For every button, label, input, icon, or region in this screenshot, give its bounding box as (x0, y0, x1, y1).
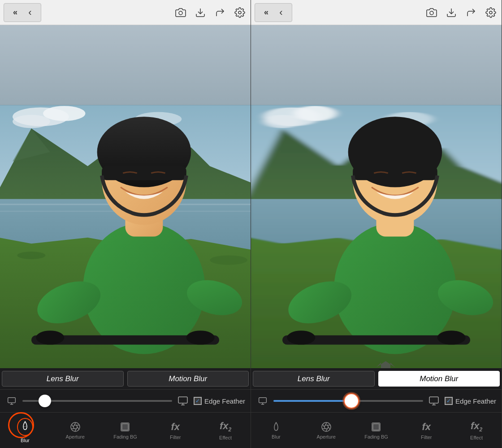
right-panel: « ‹ (251, 0, 502, 448)
svg-point-39 (430, 11, 433, 15)
svg-rect-63 (429, 397, 438, 403)
svg-point-27 (186, 331, 215, 344)
left-filter-nav-label: Filter (170, 435, 181, 440)
right-nav-aperture[interactable]: Aperture (301, 413, 351, 448)
right-motion-blur-tab[interactable]: Motion Blur (378, 371, 500, 387)
right-slider-max-icon (428, 395, 440, 407)
left-edge-feather-label: ✓ Edge Feather (194, 397, 245, 405)
left-slider-thumb[interactable] (39, 395, 51, 407)
svg-point-26 (36, 331, 64, 344)
right-filter-nav-label: Filter (421, 435, 432, 440)
svg-point-46 (264, 115, 301, 128)
left-nav-group: « ‹ (4, 3, 41, 22)
right-filter-fx-icon: fx (422, 421, 431, 433)
right-back-double-icon[interactable]: « (259, 5, 273, 20)
right-nav-fading-bg[interactable]: Fading BG (351, 413, 402, 448)
right-slider-row: ✓ Edge Feather (251, 390, 502, 412)
svg-point-2 (238, 11, 241, 14)
right-edge-feather-checkbox[interactable]: ✓ (445, 397, 453, 405)
right-slider-min-icon (256, 395, 269, 407)
svg-rect-72 (373, 424, 379, 430)
left-fading-bg-nav-label: Fading BG (113, 434, 137, 439)
svg-point-51 (334, 222, 456, 354)
share-icon[interactable] (213, 5, 227, 20)
camera-icon[interactable] (173, 5, 188, 20)
svg-rect-29 (178, 397, 187, 403)
left-blur-tabs: Lens Blur Motion Blur (0, 368, 251, 390)
left-blur-nav-label: Blur (21, 438, 30, 443)
left-blur-nav-icon-wrap (17, 418, 33, 436)
left-slider-row: ✓ Edge Feather (0, 390, 251, 412)
fading-bg-icon (120, 422, 130, 432)
right-nav-effect[interactable]: fx2 Effect (451, 413, 502, 448)
left-slider-min-icon (5, 395, 18, 407)
svg-rect-24 (102, 166, 186, 180)
left-nav-filter[interactable]: fx Filter (150, 413, 200, 448)
svg-line-36 (75, 427, 78, 431)
back-double-icon[interactable]: « (8, 5, 22, 20)
right-aperture-icon (321, 422, 332, 432)
right-slider-thumb[interactable] (344, 393, 359, 409)
svg-point-8 (13, 115, 50, 128)
right-download-icon[interactable] (444, 5, 459, 20)
svg-line-70 (326, 427, 329, 431)
settings-icon[interactable] (233, 5, 247, 20)
svg-point-18 (83, 222, 205, 354)
right-blur-icon (271, 422, 281, 432)
svg-point-60 (437, 331, 466, 344)
svg-point-7 (43, 106, 85, 121)
right-back-single-icon[interactable]: ‹ (274, 5, 288, 20)
svg-point-17 (210, 255, 247, 265)
svg-line-65 (327, 425, 330, 430)
right-camera-icon[interactable] (424, 5, 439, 20)
right-slider-track[interactable] (273, 400, 423, 402)
blur-icon (20, 421, 30, 431)
right-bottom-nav: Blur Aperture (251, 412, 502, 448)
left-nav-blur[interactable]: Blur (0, 413, 50, 448)
right-aperture-nav-label: Aperture (317, 434, 336, 439)
right-fading-bg-icon (371, 422, 381, 432)
download-icon[interactable] (193, 5, 208, 20)
back-single-icon[interactable]: ‹ (23, 5, 37, 20)
left-slider-track[interactable] (22, 400, 172, 402)
right-nav-filter[interactable]: fx Filter (401, 413, 451, 448)
right-effect-nav-label: Effect (470, 435, 483, 440)
effect-fx2-icon: fx2 (220, 420, 231, 433)
left-image-area (0, 25, 251, 368)
svg-rect-28 (8, 398, 16, 403)
right-bottom-controls: Lens Blur Motion Blur (251, 368, 502, 448)
left-nav-aperture[interactable]: Aperture (50, 413, 100, 448)
left-motion-blur-tab[interactable]: Motion Blur (127, 371, 249, 387)
svg-line-67 (324, 422, 327, 427)
right-effect-fx2-icon: fx2 (471, 420, 482, 433)
right-share-icon[interactable] (464, 5, 478, 20)
right-blur-tabs: Lens Blur Motion Blur (251, 368, 502, 390)
left-panel: « ‹ (0, 0, 251, 448)
left-toolbar: « ‹ (0, 0, 251, 25)
left-effect-nav-label: Effect (219, 435, 232, 440)
aperture-icon (70, 422, 81, 432)
right-nav-group: « ‹ (255, 3, 292, 22)
right-fading-bg-nav-label: Fading BG (364, 434, 388, 439)
right-toolbar-actions (424, 5, 498, 20)
svg-line-68 (323, 424, 325, 429)
svg-point-45 (294, 106, 336, 121)
svg-point-59 (287, 331, 315, 344)
svg-rect-62 (259, 398, 267, 403)
right-toolbar: « ‹ (251, 0, 502, 25)
left-bottom-controls: Lens Blur Motion Blur (0, 368, 251, 448)
right-settings-icon[interactable] (484, 5, 498, 20)
left-edge-feather-checkbox[interactable]: ✓ (194, 397, 202, 405)
svg-rect-38 (122, 424, 128, 430)
svg-point-0 (179, 11, 182, 15)
left-nav-effect[interactable]: fx2 Effect (200, 413, 251, 448)
left-lens-blur-tab[interactable]: Lens Blur (2, 371, 124, 387)
right-lens-blur-tab[interactable]: Lens Blur (253, 371, 375, 387)
left-toolbar-actions (173, 5, 247, 20)
filter-fx-icon: fx (171, 421, 180, 433)
right-image-area (251, 25, 502, 368)
svg-rect-57 (353, 166, 437, 180)
left-nav-fading-bg[interactable]: Fading BG (100, 413, 151, 448)
right-nav-blur[interactable]: Blur (251, 413, 301, 448)
svg-point-16 (17, 252, 45, 259)
